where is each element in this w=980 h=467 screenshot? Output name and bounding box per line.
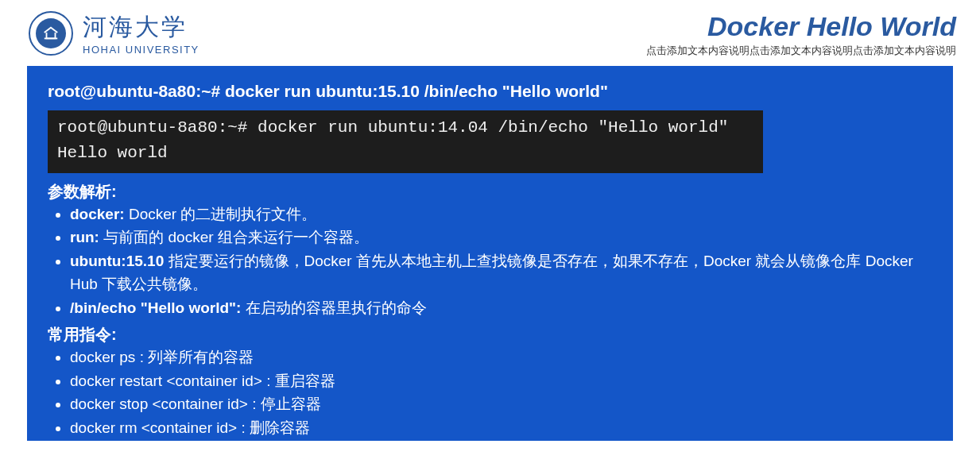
cmd-item: docker exec –it <container id> /bin/bash… <box>70 439 932 462</box>
logo-text: 河海大学 HOHAI UNIVERSITY <box>83 11 199 56</box>
university-name-cn: 河海大学 <box>83 11 199 44</box>
cmd-item: docker ps : 列举所有的容器 <box>70 345 932 369</box>
page-title: Docker Hello World <box>646 11 956 42</box>
cmd-item: docker stop <container id> : 停止容器 <box>70 392 932 415</box>
command-heading: root@ubuntu-8a80:~# docker run ubuntu:15… <box>48 82 932 101</box>
param-list: docker: Docker 的二进制执行文件。run: 与前面的 docker… <box>48 203 932 319</box>
param-item: run: 与前面的 docker 组合来运行一个容器。 <box>70 226 932 249</box>
cmds-heading: 常用指令: <box>48 324 932 345</box>
content-panel: root@ubuntu-8a80:~# docker run ubuntu:15… <box>27 66 953 441</box>
params-heading: 参数解析: <box>48 181 932 203</box>
cmd-list: docker ps : 列举所有的容器docker restart <conta… <box>48 345 932 462</box>
title-block: Docker Hello World 点击添加文本内容说明点击添加文本内容说明点… <box>646 11 956 58</box>
terminal-output: root@ubuntu-8a80:~# docker run ubuntu:14… <box>48 110 763 173</box>
param-item: docker: Docker 的二进制执行文件。 <box>70 203 932 226</box>
terminal-line: Hello world <box>57 141 753 166</box>
param-item: ubuntu:15.10 指定要运行的镜像，Docker 首先从本地主机上查找镜… <box>70 249 932 296</box>
page-subtitle: 点击添加文本内容说明点击添加文本内容说明点击添加文本内容说明 <box>646 44 956 58</box>
logo-block: 河海大学 HOHAI UNIVERSITY <box>29 11 199 56</box>
terminal-line: root@ubuntu-8a80:~# docker run ubuntu:14… <box>57 115 753 141</box>
university-logo-icon <box>29 11 73 56</box>
cmd-item: docker rm <container id> : 删除容器 <box>70 416 932 439</box>
cmd-item: docker restart <container id> : 重启容器 <box>70 369 932 392</box>
param-item: /bin/echo "Hello world": 在启动的容器里执行的命令 <box>70 296 932 319</box>
header: 河海大学 HOHAI UNIVERSITY Docker Hello World… <box>0 0 980 66</box>
university-name-en: HOHAI UNIVERSITY <box>83 44 199 56</box>
